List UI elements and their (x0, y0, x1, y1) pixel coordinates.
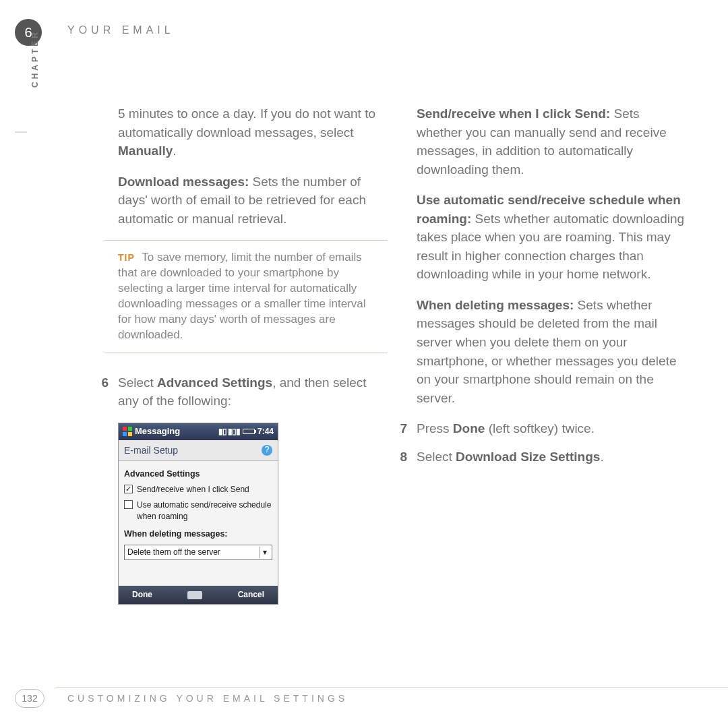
advanced-settings-label: Advanced Settings (157, 375, 272, 390)
send-receive-label: Send/receive when I click Send: (417, 107, 610, 121)
chevron-down-icon[interactable]: ▾ (260, 547, 269, 558)
screenshot: Messaging ▮▯ ▮▯▮ 7:44 E-mail Setup ? A (118, 423, 278, 605)
text: (left softkey) twice. (485, 421, 595, 435)
page-number-badge: 132 (15, 689, 44, 708)
left-para-2: Download messages: Sets the number of da… (118, 173, 388, 229)
checkbox-row-roaming[interactable]: Use automatic send/receive schedule when… (124, 499, 272, 523)
advanced-settings-heading: Advanced Settings (124, 468, 272, 480)
header-title: YOUR EMAIL (67, 24, 175, 36)
softkey-done[interactable]: Done (132, 589, 152, 601)
download-messages-label: Download messages: (118, 175, 249, 189)
text: . (173, 144, 176, 158)
step-number: 8 (396, 448, 417, 466)
screenshot-titlebar: Messaging ▮▯ ▮▯▮ 7:44 (119, 423, 278, 440)
screenshot-subtitle-bar: E-mail Setup ? (119, 440, 278, 461)
download-size-settings-label: Download Size Settings (456, 450, 600, 464)
checkbox-icon[interactable] (124, 500, 133, 509)
tip-box: TIP To save memory, limit the number of … (104, 240, 388, 353)
right-para-3: When deleting messages: Sets whether mes… (417, 296, 686, 407)
text: Press (417, 421, 453, 435)
step-8: 8 Select Download Size Settings. (417, 448, 686, 466)
checkbox-icon[interactable] (124, 485, 133, 493)
windows-icon (123, 427, 132, 436)
chapter-vertical-label: CHAPTER (30, 30, 40, 88)
text: Select (118, 375, 157, 390)
checkbox-label: Send/receive when I click Send (137, 484, 249, 495)
footer-title: CUSTOMIZING YOUR EMAIL SETTINGS (67, 693, 348, 704)
tip-text: To save memory, limit the number of emai… (118, 251, 366, 341)
left-para-1: 5 minutes to once a day. If you do not w… (118, 104, 388, 160)
right-para-1: Send/receive when I click Send: Sets whe… (417, 104, 686, 179)
text: 5 minutes to once a day. If you do not w… (118, 107, 375, 140)
softkey-cancel[interactable]: Cancel (238, 589, 264, 601)
footer-rule (55, 687, 728, 688)
status-icons: ▮▯ ▮▯▮ 7:44 (218, 426, 274, 437)
screenshot-body: Advanced Settings Send/receive when I cl… (119, 461, 278, 586)
step-number: 6 (98, 373, 118, 605)
dropdown-value: Delete them off the server (127, 547, 220, 558)
text: Sets whether messages should be deleted … (417, 298, 677, 405)
clock: 7:44 (257, 426, 274, 437)
battery-icon (243, 429, 255, 434)
screenshot-softkey-bar: Done Cancel (119, 586, 278, 604)
screenshot-subtitle: E-mail Setup (124, 444, 178, 457)
done-label: Done (453, 421, 485, 435)
screenshot-title: Messaging (135, 425, 180, 438)
help-icon[interactable]: ? (262, 445, 272, 456)
tip-label: TIP (118, 252, 135, 263)
keyboard-icon[interactable] (187, 591, 202, 599)
text: . (600, 450, 603, 464)
step-number: 7 (396, 419, 417, 438)
signal-icon: ▮▯ ▮▯▮ (218, 426, 240, 437)
manually-label: Manually (118, 144, 173, 158)
when-deleting-label: When deleting messages: (417, 298, 574, 312)
delete-option-dropdown[interactable]: Delete them off the server ▾ (124, 545, 272, 560)
when-deleting-heading: When deleting messages: (124, 528, 272, 540)
right-para-2: Use automatic send/receive schedule when… (417, 191, 686, 284)
step-6: 6 Select Advanced Settings, and then sel… (118, 373, 388, 605)
checkbox-row-send-receive[interactable]: Send/receive when I click Send (124, 484, 272, 495)
text: Select (417, 450, 456, 464)
step-7: 7 Press Done (left softkey) twice. (417, 419, 686, 438)
checkbox-label: Use automatic send/receive schedule when… (137, 499, 272, 523)
side-rule (15, 131, 27, 133)
